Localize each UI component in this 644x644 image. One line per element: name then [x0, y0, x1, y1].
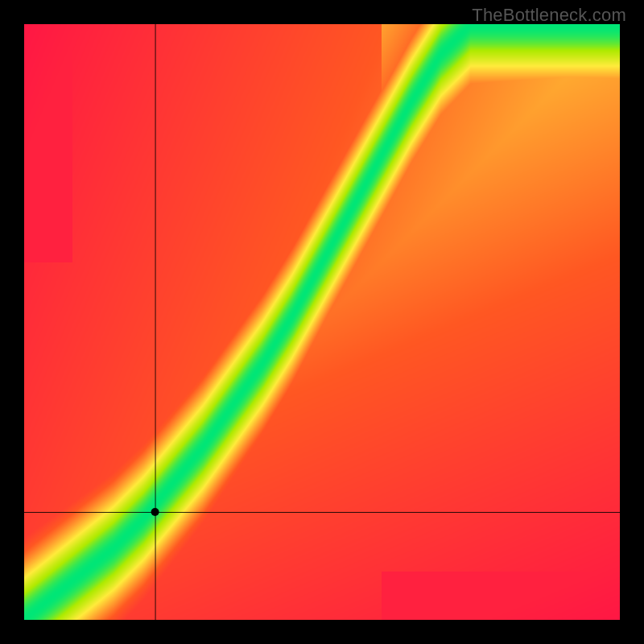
heatmap-canvas: [24, 24, 620, 620]
watermark-text: TheBottleneck.com: [472, 5, 626, 26]
chart-frame: TheBottleneck.com: [0, 0, 644, 644]
